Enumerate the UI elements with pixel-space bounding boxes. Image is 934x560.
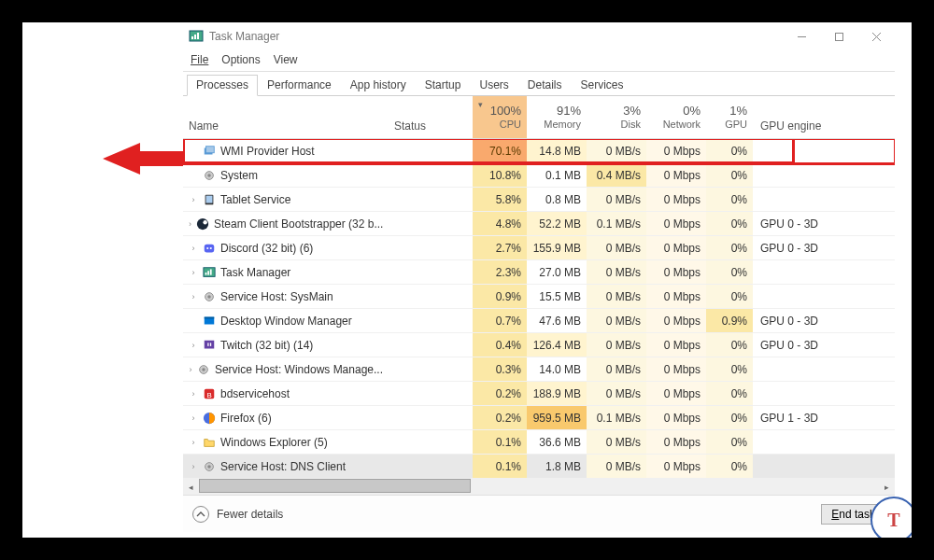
expand-chevron-icon[interactable]: › xyxy=(189,292,198,301)
process-table: ▾ Name Status 100%CPU 91%Memory 3%Disk 0… xyxy=(183,96,895,495)
expand-chevron-icon[interactable]: › xyxy=(189,195,198,204)
menu-view[interactable]: View xyxy=(274,53,298,66)
process-row[interactable]: WMI Provider Host70.1%14.8 MB0 MB/s0 Mbp… xyxy=(183,139,895,163)
process-row[interactable]: ›Task Manager2.3%27.0 MB0 MB/s0 Mbps0% xyxy=(183,260,895,285)
expand-chevron-icon[interactable]: › xyxy=(189,438,198,447)
header-name[interactable]: Name xyxy=(183,96,389,138)
process-row[interactable]: ›Steam Client Bootstrapper (32 b...4.8%5… xyxy=(183,212,895,236)
header-gpu[interactable]: 1%GPU xyxy=(706,96,753,138)
menu-file[interactable]: File xyxy=(191,53,208,66)
svg-rect-21 xyxy=(205,273,207,275)
gpu-engine-cell xyxy=(753,285,828,308)
header-network[interactable]: 0%Network xyxy=(646,96,706,138)
network-cell: 0 Mbps xyxy=(646,139,706,162)
process-name: Task Manager xyxy=(220,266,290,279)
process-row[interactable]: ›Firefox (6)0.2%959.5 MB0.1 MB/s0 Mbps0%… xyxy=(183,406,895,430)
gpu-engine-cell: GPU 0 - 3D xyxy=(753,236,828,259)
header-disk[interactable]: 3%Disk xyxy=(587,96,646,138)
process-row[interactable]: ›Windows Explorer (5)0.1%36.6 MB0 MB/s0 … xyxy=(183,430,895,455)
disk-cell: 0.1 MB/s xyxy=(587,406,646,429)
network-cell: 0 Mbps xyxy=(646,236,706,259)
status-cell xyxy=(389,406,473,429)
process-row[interactable]: Desktop Window Manager0.7%47.6 MB0 MB/s0… xyxy=(183,309,895,333)
tab-users[interactable]: Users xyxy=(470,75,517,96)
scroll-right-button[interactable]: ▸ xyxy=(879,479,895,495)
tab-app-history[interactable]: App history xyxy=(341,75,416,96)
network-cell: 0 Mbps xyxy=(646,333,706,357)
process-row[interactable]: ›Service Host: SysMain0.9%15.5 MB0 MB/s0… xyxy=(183,285,895,309)
process-name: Windows Explorer (5) xyxy=(220,436,328,449)
gpu-cell: 0% xyxy=(706,212,753,235)
tab-startup[interactable]: Startup xyxy=(416,75,471,96)
expand-chevron-icon[interactable]: › xyxy=(189,341,198,350)
header-memory[interactable]: 91%Memory xyxy=(527,96,587,138)
process-icon xyxy=(202,411,217,426)
cpu-cell: 2.7% xyxy=(473,236,527,259)
memory-cell: 52.2 MB xyxy=(527,212,587,235)
tab-performance[interactable]: Performance xyxy=(258,75,341,96)
svg-point-18 xyxy=(206,246,208,248)
cpu-cell: 10.8% xyxy=(473,163,527,187)
process-row[interactable]: ›Tablet Service5.8%0.8 MB0 MB/s0 Mbps0% xyxy=(183,188,895,212)
gpu-cell: 0% xyxy=(706,139,753,162)
minimize-button[interactable] xyxy=(783,22,820,50)
process-row[interactable]: ›Service Host: Windows Manage...0.3%14.0… xyxy=(183,357,895,382)
memory-cell: 14.8 MB xyxy=(527,139,587,162)
process-row[interactable]: System10.8%0.1 MB0.4 MB/s0 Mbps0% xyxy=(183,163,895,188)
process-rows[interactable]: WMI Provider Host70.1%14.8 MB0 MB/s0 Mbp… xyxy=(183,139,895,479)
disk-cell: 0 MB/s xyxy=(587,309,646,332)
horizontal-scrollbar[interactable]: ◂ ▸ xyxy=(183,479,895,495)
cpu-cell: 0.2% xyxy=(473,382,527,405)
process-name: Twitch (32 bit) (14) xyxy=(220,339,313,352)
memory-cell: 27.0 MB xyxy=(527,260,587,284)
window-title: Task Manager xyxy=(209,30,783,43)
disk-cell: 0 MB/s xyxy=(587,188,646,211)
disk-cell: 0 MB/s xyxy=(587,260,646,284)
status-cell xyxy=(389,430,473,454)
expand-chevron-icon[interactable]: › xyxy=(189,219,191,229)
cpu-cell: 70.1% xyxy=(473,139,527,162)
process-row[interactable]: ›Twitch (32 bit) (14)0.4%126.4 MB0 MB/s0… xyxy=(183,333,895,357)
close-button[interactable] xyxy=(857,22,895,50)
process-icon xyxy=(202,144,217,159)
disk-cell: 0 MB/s xyxy=(587,236,646,259)
expand-chevron-icon[interactable]: › xyxy=(189,365,192,374)
tab-processes[interactable]: Processes xyxy=(187,75,258,96)
fewer-details-toggle[interactable]: Fewer details xyxy=(192,506,283,523)
svg-rect-27 xyxy=(205,316,215,318)
cpu-cell: 0.1% xyxy=(473,430,527,454)
scroll-left-button[interactable]: ◂ xyxy=(183,479,199,495)
expand-chevron-icon[interactable]: › xyxy=(189,389,198,399)
status-cell xyxy=(389,309,473,332)
cpu-cell: 0.9% xyxy=(473,285,527,308)
network-cell: 0 Mbps xyxy=(646,188,706,211)
svg-point-37 xyxy=(207,465,211,469)
network-cell: 0 Mbps xyxy=(646,212,706,235)
process-icon xyxy=(202,338,217,353)
expand-chevron-icon[interactable]: › xyxy=(189,462,198,471)
svg-rect-14 xyxy=(206,195,213,203)
tab-details[interactable]: Details xyxy=(518,75,572,96)
tab-services[interactable]: Services xyxy=(572,75,633,96)
expand-chevron-icon[interactable]: › xyxy=(189,244,198,253)
tab-strip: Processes Performance App history Startu… xyxy=(183,74,895,96)
process-icon xyxy=(195,217,210,231)
process-icon xyxy=(196,362,211,377)
process-row[interactable]: ›Service Host: DNS Client0.1%1.8 MB0 MB/… xyxy=(183,455,895,479)
header-status[interactable]: Status xyxy=(389,96,473,138)
network-cell: 0 Mbps xyxy=(646,382,706,405)
maximize-button[interactable] xyxy=(820,22,857,50)
expand-chevron-icon[interactable]: › xyxy=(189,413,198,423)
menu-options[interactable]: Options xyxy=(221,53,260,66)
memory-cell: 126.4 MB xyxy=(527,333,587,357)
menubar: File Options View xyxy=(183,50,895,69)
svg-text:B: B xyxy=(206,390,211,399)
svg-rect-29 xyxy=(207,343,208,346)
status-cell xyxy=(389,188,473,211)
process-row[interactable]: ›Bbdservicehost0.2%188.9 MB0 MB/s0 Mbps0… xyxy=(183,382,895,406)
process-row[interactable]: ›Discord (32 bit) (6)2.7%155.9 MB0 MB/s0… xyxy=(183,236,895,260)
status-cell xyxy=(389,163,473,187)
disk-cell: 0 MB/s xyxy=(587,285,646,308)
expand-chevron-icon[interactable]: › xyxy=(189,268,198,277)
header-gpu-engine[interactable]: GPU engine xyxy=(753,96,828,138)
